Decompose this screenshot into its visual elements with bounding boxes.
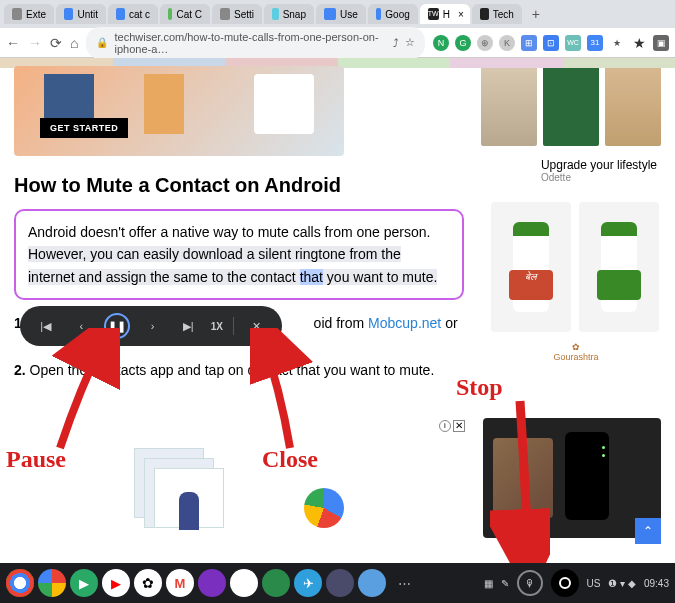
- selected-word: that: [300, 269, 323, 285]
- tray-icon[interactable]: ✎: [501, 578, 509, 589]
- step-2: 2. Open the Contacts app and tap on cont…: [14, 359, 464, 381]
- app-icon[interactable]: [262, 569, 290, 597]
- browser-chrome: Exte Untit cat c Cat C Setti Snap Use Go…: [0, 0, 675, 58]
- back-button[interactable]: ←: [6, 35, 20, 51]
- text: you want to mute.: [323, 269, 437, 285]
- left-ad-panel[interactable]: i ✕: [14, 418, 467, 538]
- right-ads-column: बेल ✿Gourashtra: [491, 198, 661, 362]
- reload-button[interactable]: ⟳: [50, 35, 62, 51]
- tab-5[interactable]: Snap: [264, 4, 314, 24]
- clock[interactable]: 09:43: [644, 578, 669, 589]
- ext-icon[interactable]: N: [433, 35, 449, 51]
- get-started-button[interactable]: GET STARTED: [40, 118, 128, 138]
- tab-9[interactable]: Tech: [472, 4, 522, 24]
- article-heading: How to Mute a Contact on Android: [14, 174, 464, 197]
- tab-label: cat c: [129, 9, 150, 20]
- product-thumb[interactable]: [605, 66, 661, 146]
- scroll-to-top-button[interactable]: ⌃: [635, 518, 661, 544]
- close-button[interactable]: ✕: [243, 313, 269, 339]
- tab-label: Setti: [234, 9, 254, 20]
- tab-label: Cat C: [176, 9, 202, 20]
- language-indicator[interactable]: US: [587, 578, 601, 589]
- launcher-icon[interactable]: [6, 569, 34, 597]
- ext-icon[interactable]: G: [455, 35, 471, 51]
- extension-icons: N G ⊕ K ⊞ ⊡ WC 31 ★ ★ ▣: [433, 35, 669, 51]
- ext-icon[interactable]: ⊕: [477, 35, 493, 51]
- lock-icon: 🔒: [96, 37, 108, 48]
- play-store-icon[interactable]: ▶: [70, 569, 98, 597]
- photos-icon[interactable]: ✿: [134, 569, 162, 597]
- product-thumb[interactable]: [543, 66, 599, 146]
- app-icon[interactable]: [230, 569, 258, 597]
- home-button[interactable]: ⌂: [70, 35, 78, 51]
- star-icon[interactable]: ☆: [405, 36, 415, 49]
- pause-button[interactable]: ❚❚: [104, 313, 130, 339]
- text: Android doesn't offer a native way to mu…: [28, 224, 430, 240]
- browser-toolbar: ← → ⟳ ⌂ 🔒 techwiser.com/how-to-mute-call…: [0, 28, 675, 58]
- close-tab-icon[interactable]: ×: [458, 9, 464, 20]
- brand-logo: ✿Gourashtra: [491, 342, 661, 362]
- tab-0[interactable]: Exte: [4, 4, 54, 24]
- tab-label: Tech: [493, 9, 514, 20]
- forward-button[interactable]: →: [28, 35, 42, 51]
- tts-media-controls: |◀ ‹ ❚❚ › ▶| 1X ✕: [20, 306, 282, 346]
- step-number: 2.: [14, 362, 30, 378]
- system-tray: ▦ ✎ 🎙 US ❶ ▾ ◆ 09:43: [484, 569, 670, 597]
- ext-icon[interactable]: WC: [565, 35, 581, 51]
- extensions-icon[interactable]: ★: [631, 35, 647, 51]
- upgrade-subtitle: Odette: [541, 172, 657, 183]
- mobcup-link[interactable]: Mobcup.net: [368, 315, 441, 331]
- new-tab-button[interactable]: +: [524, 4, 548, 24]
- share-icon[interactable]: ⤴: [393, 37, 399, 49]
- status-icons[interactable]: ❶ ▾ ◆: [608, 578, 636, 589]
- phone-mockup: [565, 432, 609, 520]
- tab-3[interactable]: Cat C: [160, 4, 210, 24]
- tab-8-active[interactable]: TWH×: [420, 4, 470, 24]
- tab-label: Use: [340, 9, 358, 20]
- next-button[interactable]: ›: [140, 313, 166, 339]
- ext-icon[interactable]: ★: [609, 35, 625, 51]
- divider: [233, 317, 234, 335]
- next-track-button[interactable]: ▶|: [175, 313, 201, 339]
- ext-icon[interactable]: ⊡: [543, 35, 559, 51]
- gmail-icon[interactable]: M: [166, 569, 194, 597]
- tab-7[interactable]: Goog: [368, 4, 418, 24]
- ext-icon[interactable]: K: [499, 35, 515, 51]
- telegram-icon[interactable]: ✈: [294, 569, 322, 597]
- app-icon[interactable]: [326, 569, 354, 597]
- taskbar: ▶ ▶ ✿ M ✈ ⋯ ▦ ✎ 🎙 US ❶ ▾ ◆ 09:43: [0, 563, 675, 603]
- tab-2[interactable]: cat c: [108, 4, 158, 24]
- playback-rate[interactable]: 1X: [211, 321, 223, 332]
- tray-icon[interactable]: ▦: [484, 578, 493, 589]
- upgrade-title: Upgrade your lifestyle: [541, 158, 657, 172]
- chrome-icon[interactable]: [38, 569, 66, 597]
- omnibox[interactable]: 🔒 techwiser.com/how-to-mute-calls-from-o…: [86, 27, 425, 59]
- prev-track-button[interactable]: |◀: [33, 313, 59, 339]
- hero-banner[interactable]: GET STARTED: [14, 66, 344, 156]
- upgrade-text[interactable]: Upgrade your lifestyle Odette: [541, 158, 657, 183]
- stop-button[interactable]: [551, 569, 579, 597]
- ext-icon[interactable]: 31: [587, 35, 603, 51]
- product-thumb[interactable]: [481, 66, 537, 146]
- overflow-icon[interactable]: ⋯: [390, 569, 418, 597]
- stop-ring-icon: [559, 577, 571, 589]
- account-icon[interactable]: ▣: [653, 35, 669, 51]
- tab-label: Untit: [77, 9, 98, 20]
- ad-close-icon[interactable]: ✕: [453, 420, 465, 432]
- prev-button[interactable]: ‹: [68, 313, 94, 339]
- youtube-icon[interactable]: ▶: [102, 569, 130, 597]
- text: Open the Contacts app and tap on contact…: [30, 362, 435, 378]
- ext-icon[interactable]: ⊞: [521, 35, 537, 51]
- tab-1[interactable]: Untit: [56, 4, 106, 24]
- tab-label: Exte: [26, 9, 46, 20]
- tab-6[interactable]: Use: [316, 4, 366, 24]
- onenote-icon[interactable]: [198, 569, 226, 597]
- product-item[interactable]: [579, 202, 659, 332]
- product-item[interactable]: बेल: [491, 202, 571, 332]
- app-icon[interactable]: [358, 569, 386, 597]
- highlighted-paragraph: Android doesn't offer a native way to mu…: [14, 209, 464, 300]
- mic-button[interactable]: 🎙: [517, 570, 543, 596]
- tab-4[interactable]: Setti: [212, 4, 262, 24]
- tab-strip: Exte Untit cat c Cat C Setti Snap Use Go…: [0, 0, 675, 28]
- ad-info-icon[interactable]: i: [439, 420, 451, 432]
